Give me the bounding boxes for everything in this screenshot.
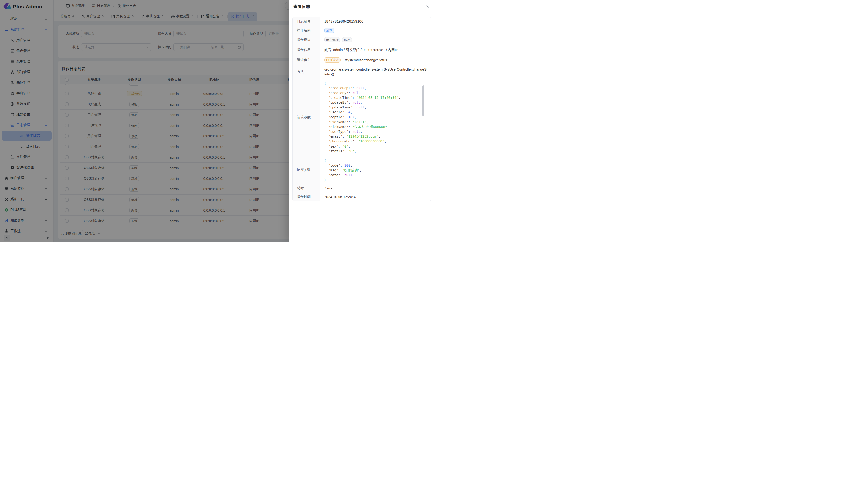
desc-row: 方法 org.dromara.system.controller.system.… [293, 65, 431, 79]
desc-row: 请求参数 { "createDept": null, "createBy": n… [293, 79, 431, 156]
desc-value-cell: 7 ms [320, 184, 431, 193]
desc-value: org.dromara.system.controller.system.Sys… [324, 67, 427, 77]
desc-label: 方法 [293, 65, 320, 78]
desc-label: 请求信息 [293, 55, 320, 65]
tag-info: 用户管理 [324, 37, 340, 42]
desc-row: 请求信息 PUT请求/system/user/changeStatus [293, 55, 431, 65]
desc-value: 1842781986426159106 [324, 19, 363, 24]
desc-value: 7 ms [324, 186, 332, 191]
json-code-block[interactable]: { "createDept": null, "createBy": null, … [324, 81, 427, 154]
code-line: "email": "12345@1253.com", [324, 134, 427, 139]
json-code-block: { "code": 200, "msg": "操作成功", "data": nu… [324, 158, 427, 183]
desc-value-cell: { "createDept": null, "createBy": null, … [320, 79, 431, 156]
desc-value: 2024-10-06 12:20:37 [324, 195, 357, 199]
code-line: } [324, 178, 427, 182]
code-line: "code": 200, [324, 163, 427, 168]
code-line: "sex": "0", [324, 144, 427, 149]
desc-row: 日志编号 1842781986426159106 [293, 17, 431, 26]
code-line: "updateBy": null, [324, 100, 427, 105]
desc-label: 响应参数 [293, 156, 320, 184]
tag-info: 修改 [342, 37, 352, 42]
desc-value-cell: 1842781986426159106 [320, 17, 431, 26]
tag-warning: PUT请求 [324, 57, 341, 63]
desc-label: 操作模块 [293, 35, 320, 44]
code-line: "nickName": "仅本人 密码666666", [324, 124, 427, 129]
desc-row: 操作模块 用户管理修改 [293, 35, 431, 45]
drawer-title: 查看日志 [293, 4, 310, 9]
code-line: "userName": "test1", [324, 120, 427, 124]
code-line: "deptId": 102, [324, 115, 427, 120]
desc-value: /system/user/changeStatus [345, 58, 387, 62]
code-line: "msg": "操作成功", [324, 168, 427, 172]
desc-row: 操作时间 2024-10-06 12:20:37 [293, 193, 431, 201]
code-scrollbar-thumb[interactable] [423, 85, 424, 116]
code-line: "status": "0", [324, 149, 427, 154]
desc-label: 日志编号 [293, 17, 320, 26]
code-line: "createDept": null, [324, 86, 427, 90]
desc-value-cell: 用户管理修改 [320, 35, 431, 44]
desc-label: 请求参数 [293, 79, 320, 156]
code-line: "updateTime": null, [324, 105, 427, 110]
desc-label: 操作信息 [293, 45, 320, 55]
plus-admin-app: Plus Admin 概览 系统管理 用户管理 角色管理 菜单管理 部门管理 岗… [0, 0, 434, 242]
desc-label: 操作时间 [293, 193, 320, 201]
code-line: "createBy": null, [324, 90, 427, 95]
close-icon [426, 5, 430, 8]
desc-value-cell: 2024-10-06 12:20:37 [320, 193, 431, 201]
desc-value-cell: 账号: admin / 研发部门 / 0:0:0:0:0:0:0:1 / 内网I… [320, 45, 431, 55]
code-line: { [324, 81, 427, 86]
desc-value-cell: 成功 [320, 26, 431, 35]
code-line: "userId": 4, [324, 110, 427, 115]
desc-label: 耗时 [293, 184, 320, 193]
desc-value-cell: { "code": 200, "msg": "操作成功", "data": nu… [320, 156, 431, 184]
desc-label: 操作结果 [293, 26, 320, 35]
desc-value: 账号: admin / 研发部门 / 0:0:0:0:0:0:0:1 / 内网I… [324, 47, 398, 52]
log-descriptions: 日志编号 1842781986426159106 操作结果 成功 操作模块 用户… [292, 17, 431, 201]
desc-row: 操作信息 账号: admin / 研发部门 / 0:0:0:0:0:0:0:1 … [293, 45, 431, 55]
log-detail-drawer: 查看日志 日志编号 1842781986426159106 操作结果 成功 操作… [289, 0, 434, 242]
code-line: "createTime": "2024-08-12 17:20:34", [324, 95, 427, 100]
code-line: { [324, 158, 427, 163]
code-line: "data": null [324, 172, 427, 178]
indent-guide [325, 163, 325, 178]
desc-value-cell: org.dromara.system.controller.system.Sys… [320, 65, 431, 78]
desc-value-cell: PUT请求/system/user/changeStatus [320, 55, 431, 65]
indent-guide [325, 86, 325, 154]
desc-row: 响应参数 { "code": 200, "msg": "操作成功", "data… [293, 156, 431, 184]
drawer-header: 查看日志 [289, 0, 434, 13]
desc-row: 耗时 7 ms [293, 184, 431, 193]
code-line: "userType": null, [324, 129, 427, 134]
code-line: "phonenumber": "18888888888", [324, 139, 427, 144]
tag-primary: 成功 [324, 28, 334, 33]
desc-row: 操作结果 成功 [293, 26, 431, 35]
drawer-close-button[interactable] [425, 4, 431, 9]
